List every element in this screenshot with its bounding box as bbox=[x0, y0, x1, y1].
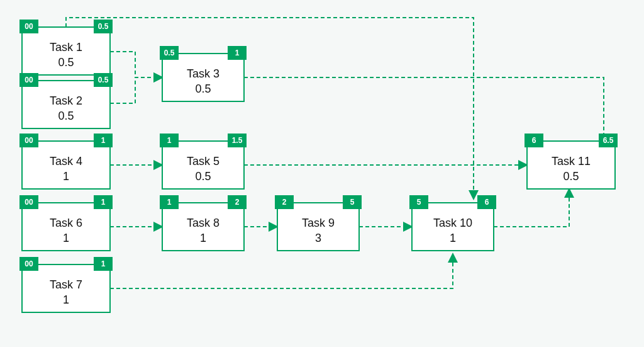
svg-text:Task 3: Task 3 bbox=[187, 67, 219, 80]
svg-text:5: 5 bbox=[417, 198, 421, 207]
svg-text:0.5: 0.5 bbox=[195, 82, 211, 95]
svg-text:1: 1 bbox=[101, 198, 106, 207]
svg-text:2: 2 bbox=[282, 198, 287, 207]
svg-text:0.5: 0.5 bbox=[58, 110, 74, 122]
svg-text:00: 00 bbox=[25, 76, 33, 84]
node-t7: 00 1 Task 7 1 bbox=[19, 257, 113, 312]
svg-text:2: 2 bbox=[235, 198, 240, 207]
svg-text:1: 1 bbox=[167, 136, 172, 145]
svg-text:5: 5 bbox=[350, 198, 355, 207]
edge-t2-t3 bbox=[110, 77, 162, 103]
svg-text:1: 1 bbox=[450, 232, 456, 244]
task-duration: 0.5 bbox=[58, 56, 74, 69]
node-t3: 0.5 1 Task 3 0.5 bbox=[160, 46, 247, 101]
edge-t7-t10 bbox=[110, 254, 453, 288]
svg-text:0.5: 0.5 bbox=[98, 76, 109, 84]
svg-text:Task 2: Task 2 bbox=[50, 94, 82, 107]
svg-text:1: 1 bbox=[101, 136, 106, 145]
svg-text:Task 10: Task 10 bbox=[433, 217, 472, 229]
svg-text:Task 5: Task 5 bbox=[187, 155, 219, 168]
svg-text:1: 1 bbox=[63, 293, 69, 306]
svg-text:1: 1 bbox=[63, 232, 69, 244]
svg-text:00: 00 bbox=[25, 259, 33, 268]
svg-text:00: 00 bbox=[25, 136, 33, 145]
svg-text:Task 8: Task 8 bbox=[187, 217, 219, 229]
svg-text:0.5: 0.5 bbox=[195, 170, 211, 183]
svg-text:1: 1 bbox=[63, 170, 69, 183]
svg-text:1.5: 1.5 bbox=[232, 136, 243, 145]
node-t10: 5 6 Task 10 1 bbox=[409, 195, 496, 251]
task-label: Task 1 bbox=[50, 41, 82, 54]
edge-t10-t11 bbox=[494, 189, 569, 227]
svg-text:Task 11: Task 11 bbox=[552, 155, 591, 168]
svg-text:Task 7: Task 7 bbox=[50, 278, 82, 291]
svg-text:Task 4: Task 4 bbox=[50, 155, 82, 168]
svg-text:6: 6 bbox=[532, 136, 536, 145]
node-t4: 00 1 Task 4 1 bbox=[19, 134, 113, 189]
svg-text:Task 6: Task 6 bbox=[50, 217, 82, 229]
node-t1: 00 0.5 Task 1 0.5 bbox=[19, 20, 113, 75]
svg-text:3: 3 bbox=[315, 232, 321, 244]
node-t6: 00 1 Task 6 1 bbox=[19, 195, 113, 251]
svg-text:1: 1 bbox=[235, 48, 240, 57]
svg-text:1: 1 bbox=[101, 259, 106, 268]
edge-t1-t3 bbox=[110, 52, 162, 77]
node-t2: 00 0.5 Task 2 0.5 bbox=[19, 73, 113, 128]
edge-t3-t11 bbox=[244, 77, 604, 145]
svg-text:00: 00 bbox=[25, 198, 33, 207]
svg-text:0.5: 0.5 bbox=[164, 48, 175, 57]
svg-text:6.5: 6.5 bbox=[603, 136, 614, 145]
svg-text:0.5: 0.5 bbox=[98, 22, 109, 31]
svg-text:1: 1 bbox=[200, 232, 206, 244]
svg-text:0.5: 0.5 bbox=[563, 170, 579, 183]
svg-text:6: 6 bbox=[485, 198, 489, 207]
edge-t1-t10 bbox=[66, 18, 474, 199]
node-t5: 1 1.5 Task 5 0.5 bbox=[160, 134, 247, 189]
node-t9: 2 5 Task 9 3 bbox=[275, 195, 362, 251]
node-t8: 1 2 Task 8 1 bbox=[160, 195, 247, 251]
svg-text:00: 00 bbox=[25, 22, 33, 31]
node-t11: 6 6.5 Task 11 0.5 bbox=[525, 134, 618, 189]
svg-text:Task 9: Task 9 bbox=[302, 217, 335, 229]
svg-text:1: 1 bbox=[167, 198, 172, 207]
